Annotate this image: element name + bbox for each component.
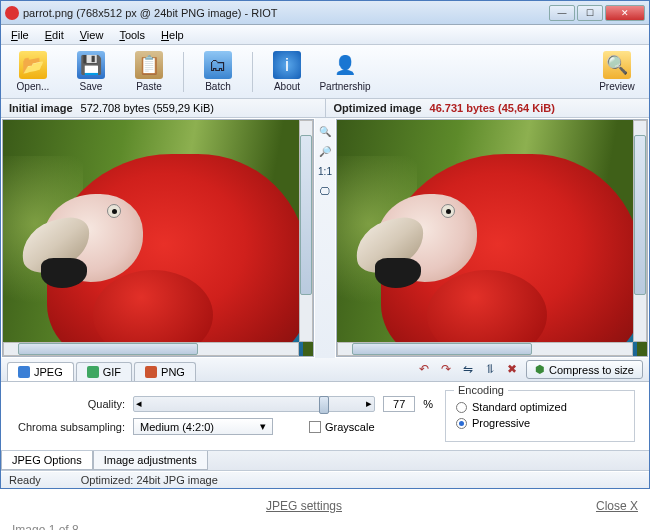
tab-jpeg[interactable]: JPEG	[7, 362, 74, 381]
page-footer: JPEG settings Close X	[0, 489, 650, 519]
save-button[interactable]: 💾 Save	[67, 51, 115, 92]
close-button[interactable]: ✕	[605, 5, 645, 21]
zoom-out-icon[interactable]: 🔎	[318, 146, 332, 160]
delete-icon[interactable]: ✖	[504, 362, 520, 378]
v-scrollbar[interactable]	[299, 120, 313, 342]
gif-icon	[87, 366, 99, 378]
tab-jpeg-options[interactable]: JPEG Options	[1, 451, 93, 470]
chroma-label: Chroma subsampling:	[15, 421, 125, 433]
tab-png-label: PNG	[161, 366, 185, 378]
radio-icon	[456, 402, 467, 413]
chroma-value: Medium (4:2:0)	[140, 421, 214, 433]
format-tabs: JPEG GIF PNG ↶ ↷ ⇋ ⥮ ✖ ⬢ Compress to siz…	[1, 358, 649, 382]
radio-standard-label: Standard optimized	[472, 401, 567, 413]
folder-open-icon: 📂	[19, 51, 47, 79]
compress-to-size-button[interactable]: ⬢ Compress to size	[526, 360, 643, 379]
parrot-image	[3, 120, 313, 356]
open-button[interactable]: 📂 Open...	[9, 51, 57, 92]
batch-label: Batch	[205, 81, 231, 92]
tab-gif-label: GIF	[103, 366, 121, 378]
initial-image-value: 572.708 bytes (559,29 KiB)	[81, 102, 214, 114]
about-button[interactable]: i About	[263, 51, 311, 92]
person-icon: 👤	[331, 51, 359, 79]
minimize-button[interactable]: —	[549, 5, 575, 21]
statusbar: Ready Optimized: 24bit JPG image	[1, 471, 649, 488]
compress-label: Compress to size	[549, 364, 634, 376]
app-window: parrot.png (768x512 px @ 24bit PNG image…	[0, 0, 650, 489]
initial-image-label: Initial image	[9, 102, 73, 114]
optimized-image-label: Optimized image	[334, 102, 422, 114]
jpeg-settings-panel: Quality: ◂ ▸ 77 % Chroma subsampling: Me…	[1, 382, 649, 451]
radio-progressive-label: Progressive	[472, 417, 530, 429]
menu-edit[interactable]: Edit	[39, 27, 70, 43]
encoding-fieldset: Encoding Standard optimized Progressive	[445, 390, 635, 442]
page-counter: Image 1 of 8	[0, 519, 650, 530]
tab-gif[interactable]: GIF	[76, 362, 132, 381]
quality-slider[interactable]: ◂ ▸	[133, 396, 375, 412]
zoom-in-icon[interactable]: 🔍	[318, 126, 332, 140]
app-icon	[5, 6, 19, 20]
open-label: Open...	[17, 81, 50, 92]
preview-label: Preview	[599, 81, 635, 92]
chevron-down-icon: ▾	[260, 420, 266, 433]
paste-label: Paste	[136, 81, 162, 92]
partnership-button[interactable]: 👤 Partnership	[321, 51, 369, 92]
tab-png[interactable]: PNG	[134, 362, 196, 381]
rotate-right-icon[interactable]: ↷	[438, 362, 454, 378]
flip-h-icon[interactable]: ⇋	[460, 362, 476, 378]
menubar: File Edit View Tools Help	[1, 25, 649, 45]
tab-image-adjustments[interactable]: Image adjustments	[93, 451, 208, 470]
radio-icon	[456, 418, 467, 429]
batch-icon: 🗂	[204, 51, 232, 79]
chroma-select[interactable]: Medium (4:2:0) ▾	[133, 418, 273, 435]
footer-title[interactable]: JPEG settings	[12, 499, 596, 513]
quality-label: Quality:	[15, 398, 125, 410]
jpeg-icon	[18, 366, 30, 378]
h-scrollbar[interactable]	[3, 342, 299, 356]
h-scrollbar[interactable]	[337, 342, 633, 356]
preview-area: 🔍 🔎 1:1 🖵	[1, 118, 649, 358]
tab-jpeg-label: JPEG	[34, 366, 63, 378]
save-label: Save	[80, 81, 103, 92]
paste-button[interactable]: 📋 Paste	[125, 51, 173, 92]
info-icon: i	[273, 51, 301, 79]
preview-button[interactable]: 🔍 Preview	[593, 51, 641, 92]
optimized-image-value: 46.731 bytes (45,64 KiB)	[430, 102, 555, 114]
v-scrollbar[interactable]	[633, 120, 647, 342]
quality-pct: %	[423, 398, 433, 410]
about-label: About	[274, 81, 300, 92]
checkbox-icon	[309, 421, 321, 433]
titlebar[interactable]: parrot.png (768x512 px @ 24bit PNG image…	[1, 1, 649, 25]
window-title: parrot.png (768x512 px @ 24bit PNG image…	[23, 7, 549, 19]
radio-progressive[interactable]: Progressive	[456, 417, 624, 429]
info-row: Initial image 572.708 bytes (559,29 KiB)…	[1, 99, 649, 118]
compress-icon: ⬢	[535, 363, 545, 376]
png-icon	[145, 366, 157, 378]
rotate-left-icon[interactable]: ↶	[416, 362, 432, 378]
batch-button[interactable]: 🗂 Batch	[194, 51, 242, 92]
parrot-image-optimized	[337, 120, 647, 356]
side-tools: 🔍 🔎 1:1 🖵	[315, 118, 335, 358]
optimized-preview-pane[interactable]	[336, 119, 648, 357]
menu-view[interactable]: View	[74, 27, 110, 43]
status-ready: Ready	[9, 474, 41, 486]
menu-file[interactable]: File	[5, 27, 35, 43]
menu-help[interactable]: Help	[155, 27, 190, 43]
fit-11-icon[interactable]: 1:1	[318, 166, 332, 180]
menu-tools[interactable]: Tools	[113, 27, 151, 43]
initial-preview-pane[interactable]	[2, 119, 314, 357]
maximize-button[interactable]: ☐	[577, 5, 603, 21]
quality-value[interactable]: 77	[383, 396, 415, 412]
partnership-label: Partnership	[319, 81, 370, 92]
status-optimized: Optimized: 24bit JPG image	[81, 474, 218, 486]
grayscale-label: Grayscale	[325, 421, 375, 433]
bottom-tabs: JPEG Options Image adjustments	[1, 451, 649, 471]
floppy-icon: 💾	[77, 51, 105, 79]
encoding-legend: Encoding	[454, 384, 508, 396]
magnifier-icon: 🔍	[603, 51, 631, 79]
monitor-icon[interactable]: 🖵	[318, 186, 332, 200]
grayscale-checkbox[interactable]: Grayscale	[309, 421, 375, 433]
flip-v-icon[interactable]: ⥮	[482, 362, 498, 378]
footer-close[interactable]: Close X	[596, 499, 638, 513]
radio-standard[interactable]: Standard optimized	[456, 401, 624, 413]
